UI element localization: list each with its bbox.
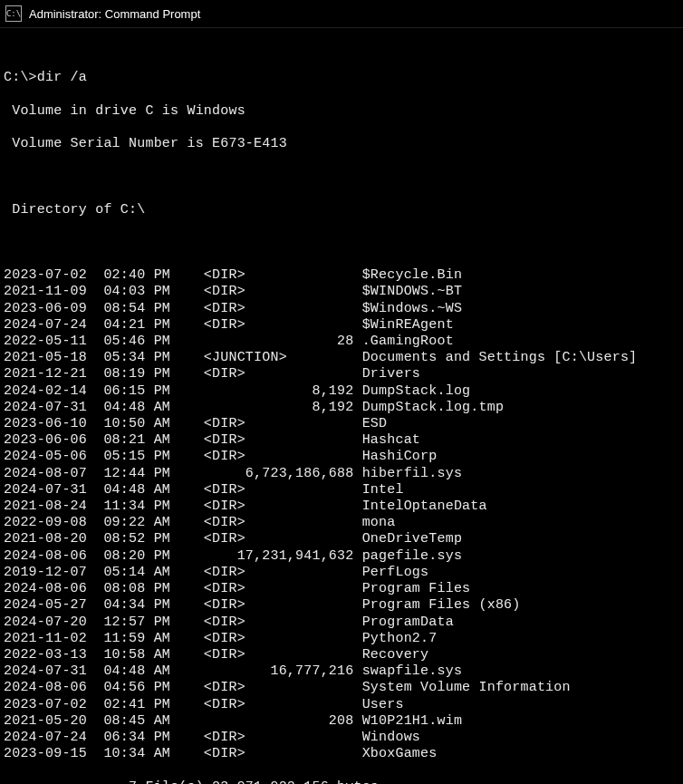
listing-row: 2024-08-06 04:56 PM <DIR> System Volume … [4, 680, 679, 696]
listing-row: 2021-11-02 11:59 AM <DIR> Python2.7 [4, 631, 679, 647]
blank-line [4, 235, 679, 251]
listing-row: 2023-09-15 10:34 AM <DIR> XboxGames [4, 746, 679, 762]
serial-line: Volume Serial Number is E673-E413 [4, 136, 679, 152]
listing-row: 2024-08-06 08:08 PM <DIR> Program Files [4, 581, 679, 597]
listing-row: 2021-08-20 08:52 PM <DIR> OneDriveTemp [4, 531, 679, 547]
listing-row: 2024-07-31 04:48 AM 8,192 DumpStack.log.… [4, 400, 679, 416]
listing-row: 2024-02-14 06:15 PM 8,192 DumpStack.log [4, 383, 679, 400]
listing-row: 2024-07-24 06:34 PM <DIR> Windows [4, 730, 679, 746]
listing-row: 2024-05-27 04:34 PM <DIR> Program Files … [4, 597, 679, 614]
typed-command: dir /a [37, 70, 87, 85]
volume-line: Volume in drive C is Windows [4, 103, 679, 120]
summary-files: 7 File(s) 23,971,922,156 bytes [4, 779, 679, 784]
listing-row: 2023-06-06 08:21 AM <DIR> Hashcat [4, 432, 679, 449]
prompt: C:\> [4, 70, 37, 85]
listing-row: 2022-03-13 10:58 AM <DIR> Recovery [4, 647, 679, 663]
listing-row: 2021-08-24 11:34 PM <DIR> IntelOptaneDat… [4, 498, 679, 515]
listing-row: 2024-07-31 04:48 AM <DIR> Intel [4, 482, 679, 498]
listing-row: 2021-05-18 05:34 PM <JUNCTION> Documents… [4, 350, 679, 366]
title-bar[interactable]: C:\ Administrator: Command Prompt [0, 0, 683, 28]
listing-row: 2024-07-31 04:48 AM 16,777,216 swapfile.… [4, 663, 679, 680]
listing-row: 2019-12-07 05:14 AM <DIR> PerfLogs [4, 565, 679, 581]
listing-row: 2024-07-20 12:57 PM <DIR> ProgramData [4, 615, 679, 631]
listing-row: 2024-05-06 05:15 PM <DIR> HashiCorp [4, 449, 679, 465]
blank-line [4, 169, 679, 185]
command-line: C:\>dir /a [4, 70, 679, 86]
listing-row: 2021-12-21 08:19 PM <DIR> Drivers [4, 366, 679, 382]
listing-row: 2024-07-24 04:21 PM <DIR> $WinREAgent [4, 317, 679, 334]
listing-row: 2021-11-09 04:03 PM <DIR> $WINDOWS.~BT [4, 284, 679, 300]
terminal-area[interactable]: C:\>dir /a Volume in drive C is Windows … [0, 28, 683, 784]
listing-row: 2023-06-10 10:50 AM <DIR> ESD [4, 416, 679, 432]
cmd-icon: C:\ [5, 5, 22, 22]
listing-row: 2021-05-20 08:45 AM 208 W10P21H1.wim [4, 713, 679, 730]
listing-row: 2023-07-02 02:41 PM <DIR> Users [4, 697, 679, 713]
listing-row: 2023-06-09 08:54 PM <DIR> $Windows.~WS [4, 301, 679, 317]
window-title: Administrator: Command Prompt [29, 7, 200, 21]
listing-row: 2023-07-02 02:40 PM <DIR> $Recycle.Bin [4, 267, 679, 284]
listing-row: 2024-08-06 08:20 PM 17,231,941,632 pagef… [4, 548, 679, 565]
listing-row: 2022-05-11 05:46 PM 28 .GamingRoot [4, 334, 679, 350]
directory-of-line: Directory of C:\ [4, 202, 679, 218]
directory-listing: 2023-07-02 02:40 PM <DIR> $Recycle.Bin20… [4, 267, 679, 762]
listing-row: 2024-08-07 12:44 PM 6,723,186,688 hiberf… [4, 466, 679, 482]
listing-row: 2022-09-08 09:22 AM <DIR> mona [4, 515, 679, 531]
